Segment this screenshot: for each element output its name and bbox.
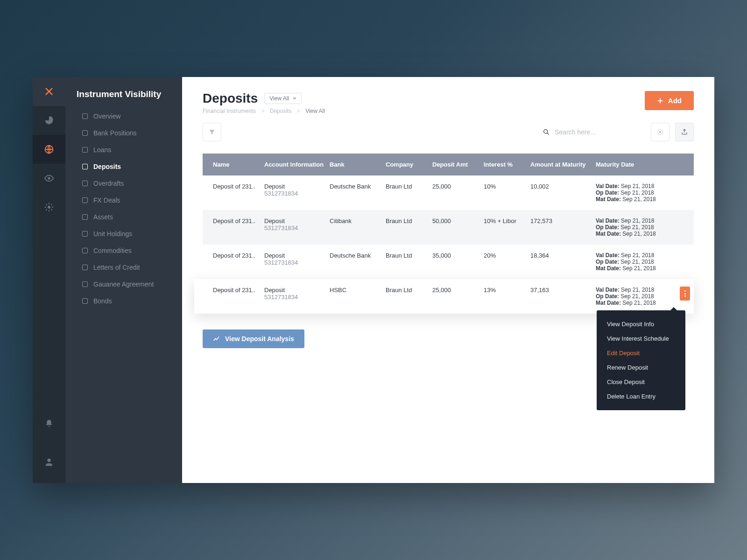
sidebar-item[interactable]: Bank Positions bbox=[65, 125, 182, 141]
column-header[interactable]: Company bbox=[386, 161, 432, 168]
sidebar-item[interactable]: Letters of Credit bbox=[65, 259, 182, 276]
sidebar-title: Instrument Visibility bbox=[65, 89, 182, 108]
table-cell: 25,000 bbox=[432, 183, 484, 190]
sidebar-item[interactable]: Deposits bbox=[65, 158, 182, 175]
context-menu-item[interactable]: Delete Loan Entry bbox=[597, 389, 685, 404]
context-menu-item[interactable]: Renew Deposit bbox=[597, 360, 685, 375]
gear-icon bbox=[656, 128, 664, 136]
rail-item-settings[interactable] bbox=[33, 193, 65, 222]
rail-item-instruments[interactable] bbox=[33, 135, 65, 164]
sidebar-item[interactable]: Unit Holdings bbox=[65, 225, 182, 242]
sidebar-item[interactable]: Bonds bbox=[65, 293, 182, 309]
table-cell: 10% + Libor bbox=[484, 217, 530, 224]
rail-item-visibility[interactable] bbox=[33, 164, 65, 193]
sidebar-item[interactable]: Overview bbox=[65, 108, 182, 125]
deposits-table: NameAccount InformationBankCompanyDeposi… bbox=[203, 154, 694, 314]
column-header[interactable]: Deposit Amt bbox=[432, 161, 484, 168]
square-icon bbox=[82, 214, 88, 220]
context-menu-item[interactable]: View Deposit Info bbox=[597, 317, 685, 331]
viewall-label: View All bbox=[269, 95, 289, 102]
svg-point-4 bbox=[544, 130, 548, 133]
square-icon bbox=[82, 231, 88, 237]
pie-chart-icon bbox=[44, 115, 54, 126]
svg-point-2 bbox=[48, 206, 50, 209]
sidebar-item[interactable]: FX Deals bbox=[65, 192, 182, 209]
column-header[interactable]: Account Information bbox=[264, 161, 330, 168]
context-menu-item[interactable]: Edit Deposit bbox=[597, 346, 685, 360]
search-icon bbox=[543, 128, 550, 136]
sidebar-item[interactable]: Loans bbox=[65, 141, 182, 158]
main-content: Deposits View All Financial Instruments … bbox=[182, 77, 714, 483]
sidebar-item[interactable]: Assets bbox=[65, 209, 182, 225]
table-cell: Deposit5312731834 bbox=[264, 252, 330, 266]
breadcrumb-item[interactable]: Deposits bbox=[270, 108, 292, 114]
settings-button[interactable] bbox=[651, 123, 669, 141]
globe-icon bbox=[44, 144, 54, 154]
sidebar-item-label: Overdrafts bbox=[93, 180, 124, 187]
sidebar-item[interactable]: Overdrafts bbox=[65, 175, 182, 192]
table-row[interactable]: Deposit of 231..Deposit5312731834HSBCBra… bbox=[194, 279, 694, 314]
table-cell: Braun Ltd bbox=[386, 252, 432, 259]
search-wrap bbox=[543, 128, 629, 136]
sidebar-item[interactable]: Gauanee Agreement bbox=[65, 276, 182, 293]
table-cell: 10% bbox=[484, 183, 530, 190]
view-analysis-button[interactable]: View Deposit Analysis bbox=[203, 329, 304, 348]
table-row[interactable]: Deposit of 231..Deposit5312731834Deutsch… bbox=[203, 245, 694, 279]
share-button[interactable] bbox=[675, 123, 694, 141]
page-title: Deposits bbox=[203, 91, 258, 106]
app-shell: Instrument Visibility OverviewBank Posit… bbox=[33, 77, 714, 483]
breadcrumb-item-current: View All bbox=[305, 108, 325, 114]
sidebar-item-label: Bank Positions bbox=[93, 129, 137, 137]
square-icon bbox=[82, 181, 88, 186]
column-header[interactable]: Maturity Date bbox=[596, 161, 680, 168]
column-header[interactable]: Interest % bbox=[484, 161, 530, 168]
breadcrumb-item[interactable]: Financial Instruments bbox=[203, 108, 256, 114]
row-context-menu: View Deposit InfoView Interest ScheduleE… bbox=[597, 310, 685, 410]
search-input[interactable] bbox=[555, 128, 629, 136]
analysis-button-label: View Deposit Analysis bbox=[225, 335, 294, 343]
column-header[interactable]: Amount at Maturity bbox=[530, 161, 596, 168]
sidebar-item-label: Letters of Credit bbox=[93, 264, 140, 271]
table-cell: Deutsche Bank bbox=[330, 252, 386, 259]
table-cell: 13% bbox=[484, 287, 530, 294]
table-body: Deposit of 231..Deposit5312731834Deutsch… bbox=[203, 175, 694, 314]
sidebar-item-label: Loans bbox=[93, 146, 111, 154]
add-button[interactable]: Add bbox=[645, 91, 694, 110]
table-cell: Val Date: Sep 21, 2018Op Date: Sep 21, 2… bbox=[596, 183, 680, 203]
rail-item-profile[interactable] bbox=[33, 448, 65, 476]
table-cell: 20% bbox=[484, 252, 530, 259]
filter-button[interactable] bbox=[203, 123, 221, 141]
sidebar-item[interactable]: Commodities bbox=[65, 242, 182, 259]
chart-line-icon bbox=[213, 335, 220, 343]
context-menu-item[interactable]: View Interest Schedule bbox=[597, 331, 685, 346]
square-icon bbox=[82, 147, 88, 153]
svg-point-3 bbox=[47, 459, 50, 462]
sub-sidebar: Instrument Visibility OverviewBank Posit… bbox=[65, 77, 182, 483]
context-menu-item[interactable]: Close Deposit bbox=[597, 375, 685, 389]
viewall-dropdown[interactable]: View All bbox=[264, 93, 302, 104]
app-logo bbox=[33, 77, 65, 106]
rail-item-notifications[interactable] bbox=[33, 409, 65, 438]
table-row[interactable]: Deposit of 231..Deposit5312731834Deutsch… bbox=[203, 175, 694, 210]
row-more-button[interactable] bbox=[680, 287, 690, 301]
table-header: NameAccount InformationBankCompanyDeposi… bbox=[203, 154, 694, 175]
column-header[interactable]: Name bbox=[213, 161, 264, 168]
column-header[interactable]: Bank bbox=[330, 161, 386, 168]
sidebar-item-label: Unit Holdings bbox=[93, 230, 132, 238]
table-cell: Deposit5312731834 bbox=[264, 287, 330, 301]
sidebar-item-label: Gauanee Agreement bbox=[93, 280, 154, 288]
table-cell: Braun Ltd bbox=[386, 183, 432, 190]
plus-icon bbox=[657, 98, 663, 104]
table-cell: 25,000 bbox=[432, 287, 484, 294]
table-cell: Deposit5312731834 bbox=[264, 217, 330, 231]
rail-item-charts[interactable] bbox=[33, 106, 65, 135]
table-cell: Val Date: Sep 21, 2018Op Date: Sep 21, 2… bbox=[596, 217, 680, 237]
table-cell: Val Date: Sep 21, 2018Op Date: Sep 21, 2… bbox=[596, 287, 680, 306]
table-cell: Citibank bbox=[330, 217, 386, 224]
x-logo-icon bbox=[44, 86, 54, 97]
table-row[interactable]: Deposit of 231..Deposit5312731834Citiban… bbox=[203, 210, 694, 245]
gear-icon bbox=[44, 202, 54, 212]
filter-icon bbox=[208, 128, 216, 136]
breadcrumb: Financial Instruments > Deposits > View … bbox=[203, 108, 325, 114]
table-cell: Deposit of 231.. bbox=[213, 252, 264, 259]
